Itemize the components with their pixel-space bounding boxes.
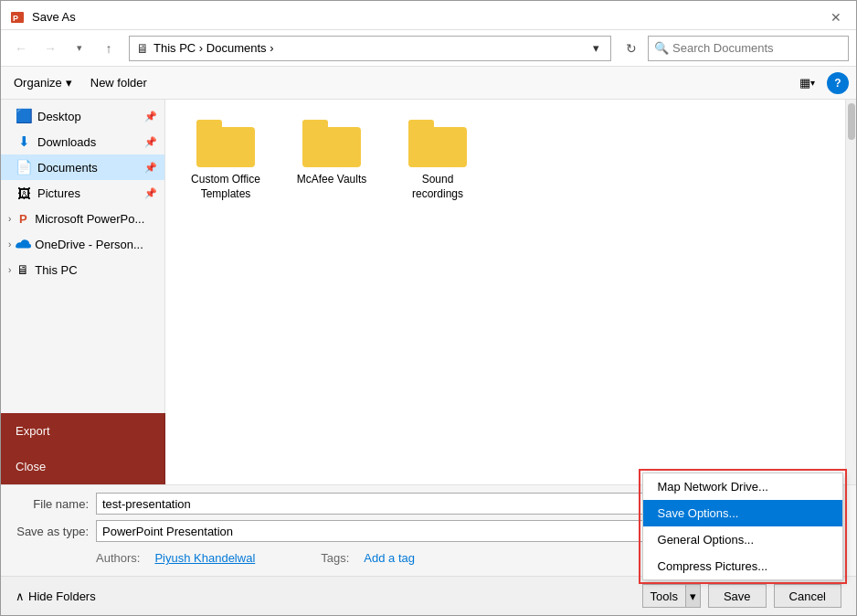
close-button[interactable]: ✕ — [825, 6, 847, 28]
savetype-value: PowerPoint Presentation — [102, 525, 233, 538]
nav-dropdown-button[interactable]: ▾ — [67, 36, 92, 61]
dropdown-item-general-options[interactable]: General Options... — [643, 526, 842, 553]
view-button[interactable]: ▦ ▾ — [795, 72, 820, 93]
sidebar-close-button[interactable]: Close — [1, 449, 164, 484]
sidebar-label-onedrive: OneDrive - Person... — [35, 238, 157, 251]
organize-button[interactable]: Organize ▾ — [8, 73, 78, 92]
documents-icon: 📄 — [16, 159, 32, 175]
toolbar: Organize ▾ New folder ▦ ▾ ? — [1, 67, 856, 100]
refresh-button[interactable]: ↻ — [619, 36, 644, 61]
search-input[interactable] — [672, 41, 842, 55]
folder-item-custom-office-templates[interactable]: Custom OfficeTemplates — [180, 114, 271, 207]
svg-text:P: P — [13, 14, 18, 23]
sidebar-label-downloads: Downloads — [37, 135, 137, 149]
desktop-icon: 🟦 — [16, 108, 32, 124]
forward-button[interactable]: → — [37, 36, 63, 61]
view-icon: ▦ — [799, 76, 810, 90]
filename-label: File name: — [16, 497, 89, 511]
address-dropdown-arrow[interactable]: ▾ — [587, 41, 605, 55]
tags-add[interactable]: Add a tag — [364, 551, 415, 565]
filename-value: test-presentation — [102, 497, 191, 511]
chevron-right-icon-ppt: › — [8, 214, 11, 224]
save-button[interactable]: Save — [708, 584, 767, 608]
pin-icon-desktop: 📌 — [144, 111, 157, 122]
sidebar-item-downloads[interactable]: ⬇ Downloads 📌 — [1, 129, 164, 154]
back-button[interactable]: ← — [8, 36, 34, 61]
chevron-right-icon-pc: › — [8, 265, 11, 275]
hide-folders-button[interactable]: ∧ Hide Folders — [16, 589, 96, 603]
sidebar-group-microsoft-powerpoint[interactable]: › P Microsoft PowerPo... — [1, 206, 164, 231]
tools-dropdown: Map Network Drive... Save Options... Gen… — [642, 473, 843, 580]
sidebar-label-desktop: Desktop — [37, 110, 137, 123]
sidebar-bottom: Export Close — [1, 413, 165, 484]
help-button[interactable]: ? — [827, 72, 849, 94]
folder-item-sound-recordings[interactable]: Sound recordings — [392, 114, 483, 207]
sidebar-group-this-pc[interactable]: › 🖥 This PC — [1, 257, 164, 282]
hide-folders-icon: ∧ — [16, 589, 25, 603]
sidebar-export-button[interactable]: Export — [1, 413, 164, 449]
folder-icon-mcafee — [302, 120, 361, 167]
folder-icon-custom-office — [196, 120, 255, 167]
navigation-bar: ← → ▾ ↑ 🖥 This PC › Documents › ▾ ↻ 🔍 — [1, 30, 856, 67]
sidebar-label-documents: Documents — [37, 161, 137, 175]
tools-label: Tools — [643, 585, 685, 607]
sidebar-label-powerpoint: Microsoft PowerPo... — [35, 212, 157, 226]
chevron-down-icon: ▾ — [77, 42, 82, 54]
save-as-dialog: P Save As ✕ ← → ▾ ↑ 🖥 This PC › Document… — [0, 0, 857, 616]
sidebar-label-this-pc: This PC — [35, 263, 157, 277]
tags-label: Tags: — [321, 551, 349, 565]
main-content: 🟦 Desktop 📌 ⬇ Downloads 📌 📄 Documents 📌 … — [1, 100, 856, 484]
title-bar-left: P Save As — [10, 10, 76, 25]
dropdown-item-save-options[interactable]: Save Options... — [643, 500, 842, 526]
organize-label: Organize — [14, 76, 62, 90]
folder-item-mcafee-vaults[interactable]: McAfee Vaults — [286, 114, 377, 207]
sidebar-item-desktop[interactable]: 🟦 Desktop 📌 — [1, 103, 164, 129]
hide-folders-label: Hide Folders — [28, 589, 96, 603]
file-area: Custom OfficeTemplates McAfee Vaults Sou… — [165, 100, 845, 484]
footer: ∧ Hide Folders Tools ▾ Map Network Drive… — [1, 576, 856, 615]
folder-icon-sound — [408, 120, 467, 167]
sidebar-label-pictures: Pictures — [37, 186, 137, 200]
onedrive-icon — [15, 236, 31, 252]
powerpoint-icon: P — [10, 10, 25, 25]
folder-label-mcafee: McAfee Vaults — [297, 173, 366, 187]
dropdown-item-compress-pictures[interactable]: Compress Pictures... — [643, 553, 842, 579]
authors-value[interactable]: Piyush Khandelwal — [154, 551, 255, 565]
folder-label-custom-office: Custom OfficeTemplates — [191, 173, 260, 201]
tools-area: Tools ▾ Map Network Drive... Save Option… — [642, 584, 701, 608]
folder-label-sound: Sound recordings — [397, 173, 478, 201]
title-bar: P Save As ✕ — [1, 1, 856, 30]
tools-button[interactable]: Tools ▾ — [642, 584, 701, 608]
new-folder-button[interactable]: New folder — [85, 73, 153, 92]
organize-arrow-icon: ▾ — [66, 76, 72, 90]
view-arrow-icon: ▾ — [810, 78, 815, 88]
sidebar-item-documents[interactable]: 📄 Documents 📌 — [1, 154, 164, 180]
this-pc-icon: 🖥 — [15, 261, 31, 278]
dialog-title: Save As — [32, 10, 76, 24]
scroll-thumb — [848, 103, 855, 140]
cancel-button[interactable]: Cancel — [774, 584, 841, 608]
savetype-label: Save as type: — [16, 525, 89, 538]
scrollbar[interactable] — [845, 100, 856, 484]
downloads-icon: ⬇ — [16, 133, 32, 150]
authors-label: Authors: — [96, 551, 140, 565]
address-bar-icon: 🖥 — [135, 41, 150, 56]
tools-arrow-icon[interactable]: ▾ — [685, 585, 700, 607]
search-box[interactable]: 🔍 — [648, 36, 849, 61]
address-text: This PC › Documents › — [153, 41, 583, 55]
sidebar-group-onedrive[interactable]: › OneDrive - Person... — [1, 231, 164, 257]
powerpoint-icon-sidebar: P — [15, 210, 31, 227]
pin-icon-documents: 📌 — [144, 162, 157, 174]
chevron-right-icon-onedrive: › — [8, 239, 11, 250]
search-icon: 🔍 — [654, 41, 669, 55]
pin-icon-pictures: 📌 — [144, 187, 157, 199]
pictures-icon: 🖼 — [16, 185, 32, 201]
pin-icon-downloads: 📌 — [144, 136, 157, 148]
up-button[interactable]: ↑ — [96, 36, 122, 61]
dropdown-item-map-network-drive[interactable]: Map Network Drive... — [643, 473, 842, 500]
sidebar-item-pictures[interactable]: 🖼 Pictures 📌 — [1, 180, 164, 206]
address-bar[interactable]: 🖥 This PC › Documents › ▾ — [129, 36, 611, 61]
new-folder-label: New folder — [90, 76, 147, 90]
